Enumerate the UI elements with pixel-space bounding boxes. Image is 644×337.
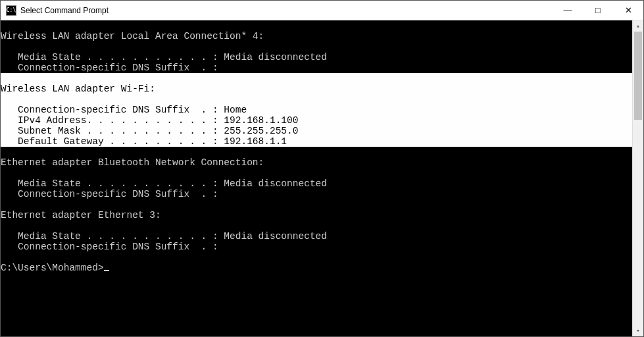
- titlebar[interactable]: C:\ Select Command Prompt — □ ✕: [1, 1, 643, 20]
- prompt-line[interactable]: C:\Users\Mohammed>: [1, 263, 632, 273]
- terminal-line[interactable]: Ethernet adapter Ethernet 3:: [1, 210, 632, 220]
- client-area: Wireless LAN adapter Local Area Connecti…: [1, 20, 643, 336]
- terminal-line[interactable]: Connection-specific DNS Suffix . :: [1, 189, 632, 199]
- terminal-line[interactable]: [1, 94, 632, 105]
- window: C:\ Select Command Prompt — □ ✕ Wireless…: [0, 0, 644, 337]
- terminal-line[interactable]: [1, 147, 632, 157]
- terminal-line[interactable]: [1, 168, 632, 178]
- window-controls: — □ ✕: [553, 1, 643, 20]
- terminal-line[interactable]: [1, 252, 632, 263]
- scrollbar-track[interactable]: [633, 32, 643, 325]
- close-button[interactable]: ✕: [613, 1, 643, 20]
- vertical-scrollbar[interactable]: ▴ ▾: [632, 20, 643, 336]
- scrollbar-thumb[interactable]: [634, 32, 642, 120]
- text-cursor: [104, 270, 109, 271]
- terminal-line[interactable]: Media State . . . . . . . . . . . : Medi…: [1, 178, 632, 189]
- prompt-text: C:\Users\Mohammed>: [1, 263, 104, 273]
- scroll-up-arrow-icon[interactable]: ▴: [633, 20, 643, 32]
- terminal-line[interactable]: [1, 199, 632, 210]
- terminal-line[interactable]: Subnet Mask . . . . . . . . . . . : 255.…: [1, 126, 632, 136]
- terminal-line[interactable]: [1, 73, 632, 84]
- terminal-line[interactable]: [1, 41, 632, 52]
- command-prompt-icon: C:\: [6, 5, 16, 16]
- terminal-line[interactable]: Ethernet adapter Bluetooth Network Conne…: [1, 157, 632, 168]
- terminal-line[interactable]: Wireless LAN adapter Wi-Fi:: [1, 84, 632, 94]
- terminal-line[interactable]: Media State . . . . . . . . . . . : Medi…: [1, 231, 632, 242]
- terminal-line[interactable]: Media State . . . . . . . . . . . : Medi…: [1, 52, 632, 63]
- minimize-button[interactable]: —: [553, 1, 583, 20]
- terminal-line[interactable]: Connection-specific DNS Suffix . :: [1, 242, 632, 252]
- terminal-line[interactable]: Connection-specific DNS Suffix . : Home: [1, 105, 632, 115]
- terminal-line[interactable]: [1, 220, 632, 231]
- maximize-button[interactable]: □: [583, 1, 613, 20]
- scroll-down-arrow-icon[interactable]: ▾: [633, 325, 643, 336]
- terminal-line[interactable]: IPv4 Address. . . . . . . . . . . : 192.…: [1, 115, 632, 126]
- terminal-line[interactable]: Connection-specific DNS Suffix . :: [1, 63, 632, 73]
- terminal-line[interactable]: [1, 20, 632, 31]
- terminal-output[interactable]: Wireless LAN adapter Local Area Connecti…: [1, 20, 632, 336]
- terminal-line[interactable]: Wireless LAN adapter Local Area Connecti…: [1, 31, 632, 41]
- terminal-line[interactable]: Default Gateway . . . . . . . . . : 192.…: [1, 136, 632, 147]
- window-title: Select Command Prompt: [20, 6, 553, 15]
